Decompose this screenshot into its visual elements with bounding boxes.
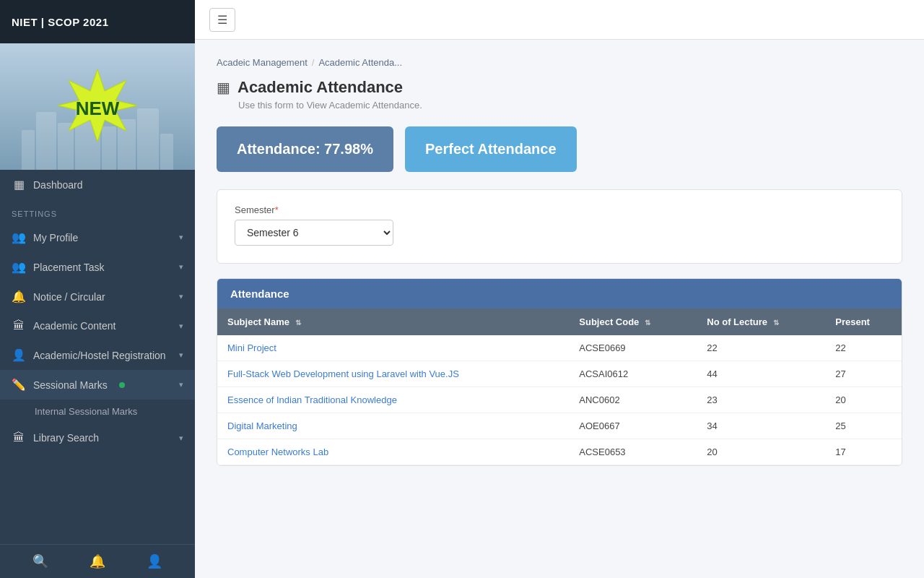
- cell-present: 25: [825, 413, 902, 439]
- col-subject-name-label: Subject Name: [227, 316, 289, 327]
- topbar: ☰: [195, 0, 924, 40]
- new-badge-icon: NEW: [58, 66, 137, 145]
- table-row: Essence of Indian Traditional Knowledge …: [217, 387, 902, 413]
- sidebar-bottom-icons: 🔍 🔔 👤: [0, 544, 195, 578]
- cell-no-lecture: 34: [697, 413, 825, 439]
- subject-link[interactable]: Computer Networks Lab: [227, 447, 328, 457]
- sidebar-item-my-profile-label: My Profile: [33, 232, 78, 243]
- page-body: Acadeic Management / Academic Attenda...…: [195, 40, 924, 578]
- col-no-lecture-label: No of Lecture: [707, 316, 767, 327]
- sidebar-item-academic-hostel[interactable]: 👤 Academic/Hostel Registration ▾: [0, 340, 195, 370]
- placement-task-arrow: ▾: [179, 262, 183, 272]
- sidebar-item-placement-task[interactable]: 👥 Placement Task ▾: [0, 252, 195, 282]
- subject-link[interactable]: Full-Stack Web Development using Laravel…: [227, 368, 459, 379]
- sidebar-item-library-left: 🏛 Library Search: [12, 431, 99, 444]
- table-row: Digital Marketing AOE0667 34 25: [217, 413, 902, 439]
- sidebar-item-hostel-label: Academic/Hostel Registration: [33, 350, 166, 361]
- perfect-attendance-card: Perfect Attendance: [405, 126, 577, 172]
- table-row: Full-Stack Web Development using Laravel…: [217, 361, 902, 387]
- semester-label-text: Semester: [235, 204, 275, 215]
- cell-present: 27: [825, 361, 902, 387]
- sidebar-item-my-profile[interactable]: 👥 My Profile ▾: [0, 223, 195, 252]
- sidebar-item-placement-left: 👥 Placement Task: [12, 260, 105, 274]
- cell-subject-name: Full-Stack Web Development using Laravel…: [217, 361, 569, 387]
- sidebar-item-academic-content[interactable]: 🏛 Academic Content ▾: [0, 311, 195, 340]
- semester-required-star: *: [275, 204, 279, 215]
- semester-label: Semester*: [235, 204, 884, 215]
- sidebar-item-sessional-left: ✏️ Sessional Marks: [12, 378, 125, 392]
- sidebar-item-library-label: Library Search: [33, 432, 99, 444]
- attendance-table: Subject Name ⇅ Subject Code ⇅ No of Lect…: [217, 309, 902, 465]
- sidebar-item-academic-content-left: 🏛 Academic Content: [12, 319, 116, 332]
- cell-no-lecture: 23: [697, 387, 825, 413]
- col-subject-code-label: Subject Code: [579, 316, 639, 327]
- cell-no-lecture: 22: [697, 335, 825, 361]
- attendance-section: Attendance Subject Name ⇅ Subject Code ⇅: [217, 278, 902, 466]
- hostel-icon: 👤: [12, 348, 26, 362]
- sort-lecture-icon: ⇅: [773, 319, 779, 327]
- library-search-icon: 🏛: [12, 431, 26, 444]
- table-row: Mini Project ACSE0669 22 22: [217, 335, 902, 361]
- sidebar-item-dashboard-label: Dashboard: [33, 179, 83, 191]
- cell-subject-name: Digital Marketing: [217, 413, 569, 439]
- sidebar-item-sessional-marks[interactable]: ✏️ Sessional Marks ▾: [0, 370, 195, 400]
- bell-bottom-icon[interactable]: 🔔: [90, 553, 105, 569]
- perfect-attendance-label: Perfect Attendance: [425, 141, 557, 157]
- cell-subject-code: ACSE0669: [569, 335, 697, 361]
- breadcrumb-current: Academic Attenda...: [318, 57, 402, 68]
- sidebar-subitem-internal-sessional[interactable]: Internal Sessional Marks: [0, 400, 195, 423]
- sidebar-image-area: NEW: [0, 43, 195, 170]
- cell-subject-code: ACSAI0612: [569, 361, 697, 387]
- subject-link[interactable]: Essence of Indian Traditional Knowledge: [227, 394, 397, 405]
- breadcrumb-parent[interactable]: Acadeic Management: [217, 57, 308, 68]
- sidebar-item-academic-content-label: Academic Content: [33, 320, 116, 332]
- hamburger-button[interactable]: ☰: [209, 8, 235, 32]
- attendance-cards: Attendance: 77.98% Perfect Attendance: [217, 126, 902, 172]
- svg-text:NEW: NEW: [76, 98, 120, 119]
- sidebar-item-sessional-label: Sessional Marks: [33, 379, 108, 391]
- sidebar-logo: NIET | SCOP 2021: [12, 16, 108, 28]
- cell-present: 20: [825, 387, 902, 413]
- col-subject-code[interactable]: Subject Code ⇅: [569, 309, 697, 335]
- sidebar-item-my-profile-left: 👥 My Profile: [12, 230, 78, 244]
- cell-no-lecture: 20: [697, 439, 825, 465]
- subject-link[interactable]: Digital Marketing: [227, 420, 297, 431]
- new-badge: NEW: [58, 66, 137, 148]
- page-subtitle: Use this form to View Academic Attendanc…: [238, 100, 902, 111]
- sessional-dot: [119, 382, 125, 388]
- academic-content-arrow: ▾: [179, 322, 183, 331]
- main-content: ☰ Acadeic Management / Academic Attenda.…: [195, 0, 924, 578]
- notice-arrow: ▾: [179, 292, 183, 301]
- subject-link[interactable]: Mini Project: [227, 342, 276, 353]
- sidebar-header: NIET | SCOP 2021: [0, 0, 195, 43]
- sort-subject-name-icon: ⇅: [295, 319, 301, 327]
- col-present: Present: [825, 309, 902, 335]
- sidebar-item-library-search[interactable]: 🏛 Library Search ▾: [0, 423, 195, 452]
- col-present-label: Present: [835, 316, 870, 327]
- cell-subject-code: ANC0602: [569, 387, 697, 413]
- library-arrow: ▾: [179, 434, 183, 443]
- dashboard-icon: ▦: [12, 178, 26, 191]
- page-title-row: ▦ Academic Attendance: [217, 78, 902, 97]
- academic-content-icon: 🏛: [12, 319, 26, 332]
- cell-present: 17: [825, 439, 902, 465]
- user-bottom-icon[interactable]: 👤: [147, 553, 162, 569]
- breadcrumb: Acadeic Management / Academic Attenda...: [217, 57, 902, 68]
- search-bottom-icon[interactable]: 🔍: [32, 553, 48, 569]
- sidebar-item-notice-label: Notice / Circular: [33, 291, 105, 303]
- col-subject-name[interactable]: Subject Name ⇅: [217, 309, 569, 335]
- page-title: Academic Attendance: [237, 78, 403, 97]
- sidebar-item-notice-left: 🔔 Notice / Circular: [12, 290, 105, 303]
- table-row: Computer Networks Lab ACSE0653 20 17: [217, 439, 902, 465]
- sidebar-item-dashboard[interactable]: ▦ Dashboard: [0, 170, 195, 199]
- col-no-of-lecture[interactable]: No of Lecture ⇅: [697, 309, 825, 335]
- semester-select[interactable]: Semester 1 Semester 2 Semester 3 Semeste…: [235, 220, 393, 246]
- cell-subject-name: Computer Networks Lab: [217, 439, 569, 465]
- sidebar-item-notice[interactable]: 🔔 Notice / Circular ▾: [0, 282, 195, 311]
- placement-task-icon: 👥: [12, 260, 26, 274]
- attendance-section-header: Attendance: [217, 279, 902, 309]
- attendance-percentage-label: Attendance: 77.98%: [237, 141, 373, 157]
- settings-section-label: SETTINGS: [0, 199, 195, 223]
- page-title-icon: ▦: [217, 79, 230, 96]
- my-profile-arrow: ▾: [179, 233, 183, 242]
